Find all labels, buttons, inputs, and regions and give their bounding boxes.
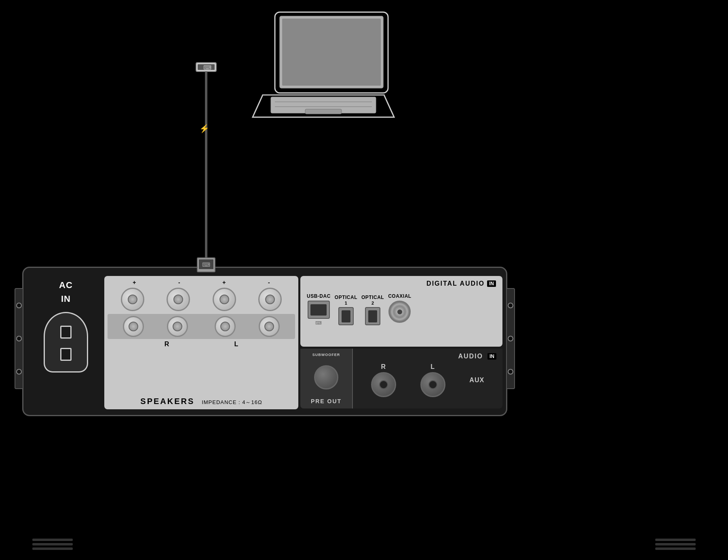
- speaker-terminal-4: [258, 288, 282, 311]
- r-channel-knob: [371, 372, 396, 397]
- terminal-knob-1: [121, 288, 144, 311]
- usb-cable: ⌨ ⚡ ⌨: [156, 61, 257, 303]
- optical-2-port: [365, 307, 380, 325]
- preout-footer-label: PRE OUT: [311, 398, 342, 404]
- coaxial-port: [388, 301, 411, 323]
- r-channel-group: R: [371, 363, 396, 397]
- channel-l-label: L: [234, 341, 238, 348]
- optical-2-port-group: OPTICAL 2: [361, 293, 384, 325]
- bottom-line-left-2: [32, 543, 73, 545]
- impedance-label: IMPEDANCE : 4～16Ω: [202, 399, 262, 405]
- subwoofer-label: SUBWOOFER: [312, 353, 340, 357]
- audio-label: AUDIO: [458, 353, 483, 360]
- ac-connector: [44, 312, 88, 373]
- r-channel-knob-inner: [379, 380, 388, 389]
- optical-1-sublabel: 1: [335, 301, 357, 305]
- bottom-line-left-3: [32, 547, 73, 550]
- ac-in-label: AC: [59, 280, 73, 291]
- r-channel-label: R: [381, 363, 386, 371]
- mount-hole-6: [508, 369, 513, 375]
- optical-2-sublabel: 2: [361, 301, 384, 305]
- optical-2-inner: [368, 310, 377, 322]
- channel-r-label: R: [165, 341, 169, 348]
- ac-in-label-2: IN: [61, 294, 71, 304]
- svg-rect-2: [282, 19, 381, 86]
- terminal-knob-4: [258, 288, 282, 311]
- svg-rect-6: [305, 109, 342, 114]
- svg-text:⌨: ⌨: [203, 64, 211, 71]
- digital-audio-label: DIGITAL AUDIO: [426, 280, 485, 287]
- l-channel-knob: [420, 372, 445, 397]
- bottom-deco-right: [655, 539, 696, 550]
- bottom-line-right-3: [655, 547, 696, 550]
- power-prong-1: [60, 326, 72, 339]
- terminal-knob-5: [123, 316, 144, 337]
- polarity-plus-1: +: [133, 279, 136, 286]
- bottom-line-left-1: [32, 539, 73, 541]
- usb-symbol: ⌨: [315, 320, 322, 326]
- usb-dac-port-group: USB-DAC ⌨: [307, 293, 331, 326]
- ac-in-section: AC IN: [32, 280, 100, 401]
- preout-audioin-section: SUBWOOFER PRE OUT AUDIO IN R L: [300, 349, 502, 408]
- mount-hole-5: [508, 336, 513, 341]
- bottom-line-right-1: [655, 539, 696, 541]
- digital-audio-in-badge: IN: [487, 280, 496, 287]
- audio-in-badge: IN: [487, 353, 496, 360]
- aux-label-group: AUX: [469, 377, 484, 384]
- preout-sub-section: SUBWOOFER PRE OUT: [300, 349, 353, 408]
- optical-1-port: [338, 307, 354, 325]
- mount-hole-2: [16, 336, 22, 341]
- bottom-deco-left: [32, 539, 73, 550]
- power-prong-2: [60, 348, 72, 361]
- coaxial-center: [397, 309, 402, 314]
- coaxial-port-group: COAXIAL: [388, 293, 411, 323]
- speakers-title: SPEAKERS: [140, 397, 194, 406]
- mount-hole-1: [16, 303, 22, 308]
- aux-label: AUX: [469, 377, 484, 384]
- speakers-footer: SPEAKERS IMPEDANCE : 4～16Ω: [104, 397, 298, 406]
- svg-text:⌨: ⌨: [202, 261, 210, 268]
- l-channel-label: L: [430, 363, 435, 371]
- terminal-knob-6: [167, 316, 188, 337]
- mount-ear-left: [15, 288, 23, 389]
- optical-1-label: OPTICAL: [335, 295, 357, 300]
- polarity-minus-2: -: [268, 279, 270, 286]
- subwoofer-knob: [314, 365, 338, 389]
- laptop-illustration: [234, 8, 412, 133]
- audio-in-ports: R L AUX: [359, 363, 496, 397]
- usb-dac-port: [308, 301, 330, 319]
- usb-port-inner: [310, 304, 327, 316]
- l-channel-group: L: [420, 363, 445, 397]
- optical-2-label: OPTICAL: [361, 295, 384, 300]
- amplifier-unit: AC IN + - + -: [22, 267, 507, 416]
- mount-ear-right: [506, 288, 515, 389]
- coaxial-label: COAXIAL: [388, 293, 411, 299]
- digital-ports-row: USB-DAC ⌨ OPTICAL 1 OPTICAL: [304, 291, 499, 328]
- digital-audio-header: DIGITAL AUDIO IN: [304, 279, 499, 288]
- mount-hole-3: [16, 369, 22, 375]
- svg-text:⚡: ⚡: [199, 124, 209, 133]
- usb-dac-label: USB-DAC: [307, 293, 331, 299]
- speaker-terminal-1: [121, 288, 144, 311]
- terminal-knob-7: [215, 316, 236, 337]
- mount-hole-4: [508, 303, 513, 308]
- bottom-line-right-2: [655, 543, 696, 545]
- audio-in-header: AUDIO IN: [359, 353, 496, 360]
- digital-audio-section: DIGITAL AUDIO IN USB-DAC ⌨ OPTICAL 1: [300, 276, 502, 347]
- l-channel-knob-inner: [428, 380, 437, 389]
- audio-in-section: AUDIO IN R L: [353, 349, 502, 408]
- optical-1-port-group: OPTICAL 1: [335, 293, 357, 325]
- optical-1-inner: [342, 310, 350, 322]
- terminal-knob-8: [259, 316, 280, 337]
